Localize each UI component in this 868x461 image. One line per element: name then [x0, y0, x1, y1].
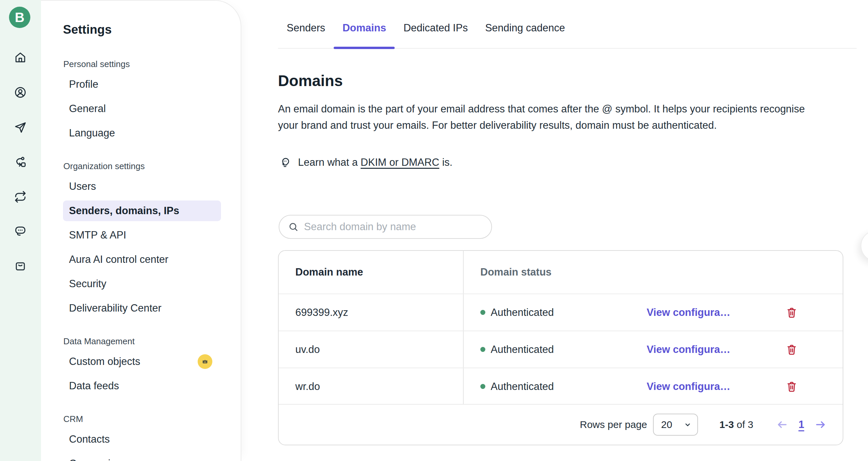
trash-icon[interactable]	[784, 379, 799, 394]
product-rail: B	[0, 0, 41, 461]
table-row: wr.do Authenticated View configura…	[279, 368, 843, 405]
sidebar-item-data-feeds[interactable]: Data feeds	[63, 376, 221, 396]
search-input[interactable]	[304, 221, 484, 233]
section-label-data-management: Data Management	[63, 336, 227, 347]
domain-name: uv.do	[295, 344, 320, 355]
table-row: uv.do Authenticated View configura…	[279, 330, 843, 368]
column-header-domain-name: Domain name	[295, 266, 363, 278]
view-configuration-link[interactable]: View configura…	[647, 344, 730, 355]
crown-icon	[198, 354, 212, 369]
transactional-icon[interactable]	[13, 190, 28, 204]
automations-icon[interactable]	[13, 155, 28, 170]
main-content: Senders Domains Dedicated IPs Sending ca…	[241, 0, 868, 461]
domain-status: Authenticated	[480, 307, 554, 319]
home-icon[interactable]	[13, 50, 28, 65]
sidebar-item-aura-ai-control-center[interactable]: Aura AI control center	[63, 249, 221, 270]
section-label-crm: CRM	[63, 414, 227, 424]
view-configuration-link[interactable]: View configura…	[647, 307, 730, 319]
lightbulb-icon	[279, 156, 291, 169]
domain-search	[279, 215, 492, 239]
rows-per-page-label: Rows per page	[580, 419, 647, 430]
status-dot-icon	[480, 347, 485, 352]
contacts-icon[interactable]	[13, 85, 28, 100]
column-header-domain-status: Domain status	[480, 266, 552, 278]
tab-dedicated-ips[interactable]: Dedicated IPs	[395, 21, 476, 48]
search-icon	[288, 222, 299, 232]
section-label-personal-settings: Personal settings	[63, 59, 227, 69]
page-number-1[interactable]: 1	[795, 419, 807, 431]
pagination-range: 1-3 of 3	[719, 419, 753, 430]
rows-per-page-value: 20	[661, 419, 672, 430]
settings-sidebar: Settings Personal settings Profile Gener…	[41, 0, 241, 461]
table-row: 699399.xyz Authenticated View configura…	[279, 293, 843, 330]
chevron-down-icon	[683, 420, 692, 429]
page-title: Domains	[278, 71, 343, 90]
sidebar-item-companies[interactable]: Companies	[63, 453, 221, 461]
table-footer: Rows per page 20 1-3 of 3 1	[279, 404, 843, 445]
domain-status: Authenticated	[480, 344, 554, 355]
view-configuration-link[interactable]: View configura…	[647, 381, 730, 393]
sidebar-item-label: Custom objects	[69, 355, 140, 367]
sidebar-item-general[interactable]: General	[63, 98, 221, 119]
range-total: of 3	[734, 419, 753, 430]
table-header: Domain name Domain status	[279, 251, 843, 293]
tab-domains[interactable]: Domains	[334, 21, 395, 48]
app-window: B Settings Personal settings Profile Gen…	[0, 0, 868, 461]
conversations-icon[interactable]	[13, 224, 28, 238]
domain-name: 699399.xyz	[295, 307, 348, 319]
brevo-logo-letter: B	[15, 10, 25, 25]
dkim-dmarc-link[interactable]: DKIM or DMARC	[361, 156, 439, 168]
next-page-arrow-icon[interactable]	[813, 417, 828, 432]
trash-icon[interactable]	[784, 305, 799, 320]
sidebar-item-contacts[interactable]: Contacts	[63, 429, 221, 450]
sidebar-item-profile[interactable]: Profile	[63, 74, 221, 95]
tab-sending-cadence[interactable]: Sending cadence	[476, 21, 574, 48]
sidebar-item-security[interactable]: Security	[63, 273, 221, 294]
rows-per-page-select[interactable]: 20	[653, 414, 698, 436]
section-label-organization-settings: Organization settings	[63, 161, 227, 171]
domain-name: wr.do	[295, 381, 320, 393]
tip-row: Learn what a DKIM or DMARC is.	[279, 155, 452, 170]
ecommerce-icon[interactable]	[13, 259, 28, 273]
status-label: Authenticated	[491, 381, 554, 393]
sidebar-item-language[interactable]: Language	[63, 123, 221, 143]
domains-table: Domain name Domain status 699399.xyz Aut…	[278, 250, 843, 445]
sidebar-item-users[interactable]: Users	[63, 176, 221, 197]
status-label: Authenticated	[491, 307, 554, 319]
tip-suffix: is.	[439, 156, 453, 168]
sidebar-item-deliverability-center[interactable]: Deliverability Center	[63, 298, 221, 319]
tip-text: Learn what a DKIM or DMARC is.	[298, 156, 452, 169]
sidebar-item-senders-domains-ips[interactable]: Senders, domains, IPs	[63, 200, 221, 221]
range-values: 1-3	[719, 419, 734, 430]
previous-page-arrow-icon[interactable]	[775, 417, 789, 432]
brevo-logo[interactable]: B	[9, 7, 30, 28]
sidebar-title: Settings	[63, 22, 227, 37]
campaigns-icon[interactable]	[13, 120, 28, 135]
tip-prefix: Learn what a	[298, 156, 361, 168]
status-dot-icon	[480, 384, 485, 389]
domain-status: Authenticated	[480, 381, 554, 393]
page-description: An email domain is the part of your emai…	[278, 101, 826, 134]
tab-bar: Senders Domains Dedicated IPs Sending ca…	[278, 0, 857, 49]
trash-icon[interactable]	[784, 342, 799, 357]
status-label: Authenticated	[491, 344, 554, 355]
sidebar-item-custom-objects[interactable]: Custom objects	[63, 351, 221, 372]
status-dot-icon	[480, 310, 485, 315]
sidebar-item-smtp-api[interactable]: SMTP & API	[63, 225, 221, 246]
tab-senders[interactable]: Senders	[278, 21, 334, 48]
